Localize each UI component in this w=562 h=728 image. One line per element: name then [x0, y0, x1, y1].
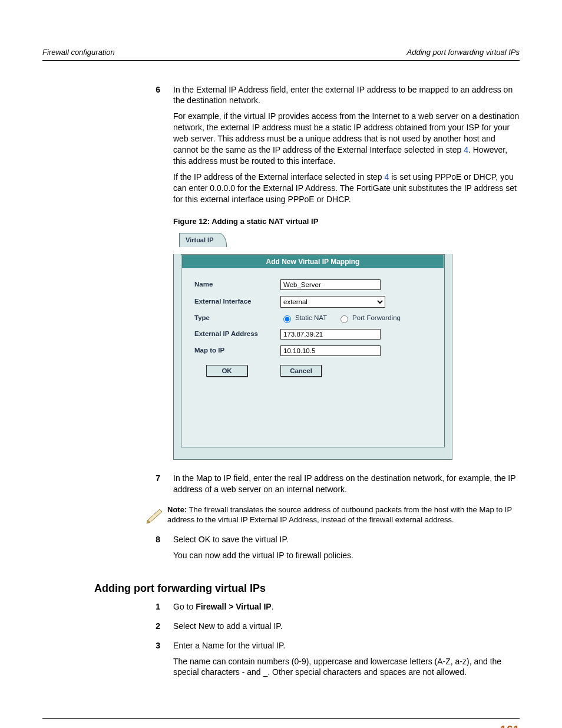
row-external-ip: External IP Address — [181, 326, 444, 342]
radio-port-forwarding[interactable] — [340, 315, 348, 323]
page-footer: FortiGate-100 Installation and Configura… — [42, 722, 520, 728]
note: Note: The firewall translates the source… — [143, 505, 520, 526]
step-8-p2: You can now add the virtual IP to firewa… — [173, 550, 520, 561]
row-map-to-ip: Map to IP — [181, 342, 444, 359]
row-name: Name — [181, 276, 444, 293]
footer-rule — [42, 718, 520, 719]
virtual-ip-panel: Add New Virtual IP Mapping Name External… — [181, 254, 445, 447]
page-header: Firewall configuration Adding port forwa… — [42, 47, 520, 58]
step-body: Enter a Name for the virtual IP. The nam… — [173, 640, 520, 683]
step-number: 2 — [138, 621, 173, 637]
step-body: Select New to add a virtual IP. — [173, 621, 520, 637]
row-external-interface: External Interface external — [181, 293, 444, 311]
page-number: 161 — [500, 722, 520, 728]
ok-button[interactable]: OK — [206, 365, 247, 377]
figure-caption: Figure 12: Adding a static NAT virtual I… — [173, 216, 520, 227]
label-map-ip: Map to IP — [194, 346, 280, 355]
step-link-4b[interactable]: 4 — [385, 172, 389, 182]
radio-port-forwarding-label: Port Forwarding — [352, 314, 401, 323]
step-7-text: In the Map to IP field, enter the real I… — [173, 473, 520, 495]
step-6-p2: For example, if the virtual IP provides … — [173, 111, 520, 166]
section-heading: Adding port forwarding virtual IPs — [94, 581, 520, 595]
label-type: Type — [194, 314, 280, 323]
step-b1-text: Go to Firewall > Virtual IP. — [173, 601, 520, 612]
row-type: Type Static NAT Port Forwarding — [181, 311, 444, 326]
nav-path: Firewall > Virtual IP — [196, 602, 272, 611]
panel-title: Add New Virtual IP Mapping — [182, 255, 444, 268]
note-text: Note: The firewall translates the source… — [167, 505, 520, 525]
step-6-p1: In the External IP Address field, enter … — [173, 84, 520, 107]
radio-static-nat[interactable] — [283, 315, 291, 323]
label-name: Name — [194, 280, 280, 289]
header-right: Adding port forwarding virtual IPs — [407, 47, 520, 58]
figure-12: Virtual IP Add New Virtual IP Mapping Na… — [173, 233, 452, 460]
step-b2-text: Select New to add a virtual IP. — [173, 621, 520, 632]
step-8-p1: Select OK to save the virtual IP. — [173, 534, 520, 545]
step-b2: 2 Select New to add a virtual IP. — [138, 621, 520, 637]
note-icon — [143, 505, 167, 526]
step-b3-p1: Enter a Name for the virtual IP. — [173, 640, 520, 651]
step-number: 6 — [138, 84, 173, 210]
type-radio-group: Static NAT Port Forwarding — [280, 314, 409, 323]
step-6: 6 In the External IP Address field, ente… — [138, 84, 520, 210]
step-number: 7 — [138, 473, 173, 500]
cancel-button[interactable]: Cancel — [280, 365, 322, 377]
step-body: In the External IP Address field, enter … — [173, 84, 520, 210]
tab-virtual-ip[interactable]: Virtual IP — [179, 233, 227, 247]
step-b3-p2: The name can contain numbers (0-9), uppe… — [173, 656, 520, 678]
map-to-ip-input[interactable] — [280, 345, 381, 356]
step-body: Select OK to save the virtual IP. You ca… — [173, 534, 520, 566]
step-7: 7 In the Map to IP field, enter the real… — [138, 473, 520, 500]
step-number: 3 — [138, 640, 173, 683]
name-input[interactable] — [280, 279, 381, 290]
step-number: 8 — [138, 534, 173, 566]
header-rule — [42, 60, 520, 61]
step-b1: 1 Go to Firewall > Virtual IP. — [138, 601, 520, 617]
radio-static-nat-label: Static NAT — [295, 314, 327, 323]
external-interface-select[interactable]: external — [280, 296, 385, 308]
label-ext-if: External Interface — [194, 297, 280, 307]
external-ip-input[interactable] — [280, 329, 381, 340]
step-body: Go to Firewall > Virtual IP. — [173, 601, 520, 617]
step-link-4a[interactable]: 4 — [464, 145, 468, 154]
header-left: Firewall configuration — [42, 47, 115, 58]
button-row: OK Cancel — [181, 359, 444, 377]
note-body: The firewall translates the source addre… — [167, 505, 512, 525]
step-number: 1 — [138, 601, 173, 617]
tab-row: Virtual IP — [173, 233, 452, 247]
label-ext-ip: External IP Address — [194, 330, 280, 339]
step-8: 8 Select OK to save the virtual IP. You … — [138, 534, 520, 566]
step-body: In the Map to IP field, enter the real I… — [173, 473, 520, 500]
step-b3: 3 Enter a Name for the virtual IP. The n… — [138, 640, 520, 683]
step-6-p3: If the IP address of the External interf… — [173, 172, 520, 205]
note-label: Note: — [167, 505, 187, 514]
